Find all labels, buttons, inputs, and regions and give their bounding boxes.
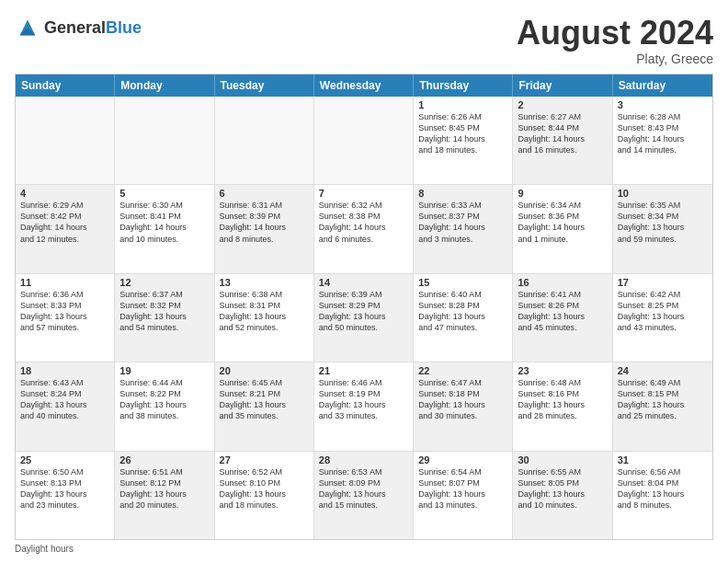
footer-note: Daylight hours bbox=[15, 544, 713, 554]
cell-content: Sunrise: 6:45 AM Sunset: 8:21 PM Dayligh… bbox=[220, 377, 309, 422]
cell-content: Sunrise: 6:33 AM Sunset: 8:37 PM Dayligh… bbox=[418, 200, 507, 245]
header-day-saturday: Saturday bbox=[613, 75, 712, 97]
daylight-label: Daylight hours bbox=[15, 544, 74, 554]
cell-content: Sunrise: 6:55 AM Sunset: 8:05 PM Dayligh… bbox=[518, 466, 607, 511]
day-number: 5 bbox=[119, 188, 209, 199]
cell-content: Sunrise: 6:26 AM Sunset: 8:45 PM Dayligh… bbox=[418, 111, 507, 156]
calendar: SundayMondayTuesdayWednesdayThursdayFrid… bbox=[15, 74, 713, 540]
calendar-cell: 21Sunrise: 6:46 AM Sunset: 8:19 PM Dayli… bbox=[314, 362, 414, 450]
day-number: 31 bbox=[618, 454, 708, 465]
calendar-row-1: 1Sunrise: 6:26 AM Sunset: 8:45 PM Daylig… bbox=[16, 97, 712, 185]
calendar-cell: 23Sunrise: 6:48 AM Sunset: 8:16 PM Dayli… bbox=[513, 362, 612, 450]
calendar-cell: 29Sunrise: 6:54 AM Sunset: 8:07 PM Dayli… bbox=[414, 452, 513, 539]
cell-content: Sunrise: 6:38 AM Sunset: 8:31 PM Dayligh… bbox=[220, 289, 309, 334]
cell-content: Sunrise: 6:48 AM Sunset: 8:16 PM Dayligh… bbox=[518, 377, 607, 422]
day-number: 12 bbox=[119, 277, 209, 288]
cell-content: Sunrise: 6:30 AM Sunset: 8:41 PM Dayligh… bbox=[119, 200, 209, 245]
calendar-row-4: 18Sunrise: 6:43 AM Sunset: 8:24 PM Dayli… bbox=[16, 362, 712, 451]
calendar-cell: 16Sunrise: 6:41 AM Sunset: 8:26 PM Dayli… bbox=[513, 274, 612, 362]
cell-content: Sunrise: 6:29 AM Sunset: 8:42 PM Dayligh… bbox=[20, 200, 109, 245]
calendar-cell bbox=[115, 97, 214, 184]
calendar-header: SundayMondayTuesdayWednesdayThursdayFrid… bbox=[16, 75, 712, 97]
day-number: 9 bbox=[518, 188, 607, 199]
calendar-cell: 4Sunrise: 6:29 AM Sunset: 8:42 PM Daylig… bbox=[16, 185, 115, 272]
day-number: 2 bbox=[518, 99, 607, 110]
header-day-tuesday: Tuesday bbox=[215, 75, 314, 97]
day-number: 19 bbox=[119, 365, 209, 376]
cell-content: Sunrise: 6:52 AM Sunset: 8:10 PM Dayligh… bbox=[220, 466, 309, 511]
cell-content: Sunrise: 6:40 AM Sunset: 8:28 PM Dayligh… bbox=[418, 289, 507, 334]
location-label: Platy, Greece bbox=[517, 52, 713, 66]
calendar-body: 1Sunrise: 6:26 AM Sunset: 8:45 PM Daylig… bbox=[16, 97, 712, 539]
cell-content: Sunrise: 6:49 AM Sunset: 8:15 PM Dayligh… bbox=[618, 377, 708, 422]
calendar-cell: 31Sunrise: 6:56 AM Sunset: 8:04 PM Dayli… bbox=[613, 452, 712, 539]
day-number: 14 bbox=[319, 277, 408, 288]
calendar-cell: 26Sunrise: 6:51 AM Sunset: 8:12 PM Dayli… bbox=[115, 452, 214, 539]
cell-content: Sunrise: 6:32 AM Sunset: 8:38 PM Dayligh… bbox=[319, 200, 408, 245]
cell-content: Sunrise: 6:41 AM Sunset: 8:26 PM Dayligh… bbox=[518, 289, 607, 334]
calendar-cell: 20Sunrise: 6:45 AM Sunset: 8:21 PM Dayli… bbox=[215, 362, 314, 450]
cell-content: Sunrise: 6:50 AM Sunset: 8:13 PM Dayligh… bbox=[20, 466, 109, 511]
calendar-cell: 7Sunrise: 6:32 AM Sunset: 8:38 PM Daylig… bbox=[314, 185, 414, 272]
calendar-cell: 18Sunrise: 6:43 AM Sunset: 8:24 PM Dayli… bbox=[16, 362, 115, 450]
cell-content: Sunrise: 6:39 AM Sunset: 8:29 PM Dayligh… bbox=[319, 289, 408, 334]
calendar-cell: 2Sunrise: 6:27 AM Sunset: 8:44 PM Daylig… bbox=[513, 97, 612, 184]
cell-content: Sunrise: 6:42 AM Sunset: 8:25 PM Dayligh… bbox=[618, 289, 708, 334]
calendar-cell: 27Sunrise: 6:52 AM Sunset: 8:10 PM Dayli… bbox=[215, 452, 314, 539]
day-number: 16 bbox=[518, 277, 607, 288]
calendar-cell: 24Sunrise: 6:49 AM Sunset: 8:15 PM Dayli… bbox=[613, 362, 712, 450]
day-number: 30 bbox=[518, 454, 607, 465]
day-number: 18 bbox=[20, 365, 109, 376]
calendar-row-2: 4Sunrise: 6:29 AM Sunset: 8:42 PM Daylig… bbox=[16, 185, 712, 273]
cell-content: Sunrise: 6:36 AM Sunset: 8:33 PM Dayligh… bbox=[20, 289, 109, 334]
calendar-cell: 22Sunrise: 6:47 AM Sunset: 8:18 PM Dayli… bbox=[414, 362, 513, 450]
page-title: August 2024 bbox=[517, 15, 713, 52]
calendar-cell: 25Sunrise: 6:50 AM Sunset: 8:13 PM Dayli… bbox=[16, 452, 115, 539]
header: GeneralBlue August 2024 Platy, Greece bbox=[15, 15, 713, 66]
header-day-friday: Friday bbox=[513, 75, 612, 97]
day-number: 27 bbox=[220, 454, 309, 465]
calendar-cell: 9Sunrise: 6:34 AM Sunset: 8:36 PM Daylig… bbox=[513, 185, 612, 272]
title-block: August 2024 Platy, Greece bbox=[517, 15, 713, 66]
calendar-cell: 8Sunrise: 6:33 AM Sunset: 8:37 PM Daylig… bbox=[414, 185, 513, 272]
day-number: 11 bbox=[20, 277, 109, 288]
cell-content: Sunrise: 6:43 AM Sunset: 8:24 PM Dayligh… bbox=[20, 377, 109, 422]
calendar-cell: 12Sunrise: 6:37 AM Sunset: 8:32 PM Dayli… bbox=[115, 274, 214, 362]
calendar-cell: 5Sunrise: 6:30 AM Sunset: 8:41 PM Daylig… bbox=[115, 185, 214, 272]
day-number: 20 bbox=[220, 365, 309, 376]
day-number: 29 bbox=[418, 454, 507, 465]
day-number: 28 bbox=[319, 454, 408, 465]
calendar-cell bbox=[314, 97, 414, 184]
calendar-cell: 13Sunrise: 6:38 AM Sunset: 8:31 PM Dayli… bbox=[215, 274, 314, 362]
day-number: 7 bbox=[319, 188, 408, 199]
day-number: 13 bbox=[220, 277, 309, 288]
logo-general: General bbox=[44, 18, 106, 37]
cell-content: Sunrise: 6:56 AM Sunset: 8:04 PM Dayligh… bbox=[618, 466, 708, 511]
cell-content: Sunrise: 6:46 AM Sunset: 8:19 PM Dayligh… bbox=[319, 377, 408, 422]
header-day-monday: Monday bbox=[115, 75, 214, 97]
cell-content: Sunrise: 6:51 AM Sunset: 8:12 PM Dayligh… bbox=[119, 466, 209, 511]
calendar-cell: 14Sunrise: 6:39 AM Sunset: 8:29 PM Dayli… bbox=[314, 274, 414, 362]
cell-content: Sunrise: 6:44 AM Sunset: 8:22 PM Dayligh… bbox=[119, 377, 209, 422]
calendar-cell: 30Sunrise: 6:55 AM Sunset: 8:05 PM Dayli… bbox=[513, 452, 612, 539]
logo-text: GeneralBlue bbox=[44, 18, 142, 38]
logo-blue: Blue bbox=[106, 18, 142, 37]
calendar-cell bbox=[16, 97, 115, 184]
day-number: 24 bbox=[618, 365, 708, 376]
cell-content: Sunrise: 6:35 AM Sunset: 8:34 PM Dayligh… bbox=[618, 200, 708, 245]
calendar-cell: 10Sunrise: 6:35 AM Sunset: 8:34 PM Dayli… bbox=[613, 185, 712, 272]
cell-content: Sunrise: 6:28 AM Sunset: 8:43 PM Dayligh… bbox=[618, 111, 708, 156]
cell-content: Sunrise: 6:34 AM Sunset: 8:36 PM Dayligh… bbox=[518, 200, 607, 245]
day-number: 8 bbox=[418, 188, 507, 199]
day-number: 22 bbox=[418, 365, 507, 376]
day-number: 25 bbox=[20, 454, 109, 465]
day-number: 10 bbox=[618, 188, 708, 199]
day-number: 26 bbox=[119, 454, 209, 465]
day-number: 23 bbox=[518, 365, 607, 376]
logo: GeneralBlue bbox=[15, 15, 142, 40]
calendar-row-5: 25Sunrise: 6:50 AM Sunset: 8:13 PM Dayli… bbox=[16, 452, 712, 539]
calendar-cell: 19Sunrise: 6:44 AM Sunset: 8:22 PM Dayli… bbox=[115, 362, 214, 450]
day-number: 15 bbox=[418, 277, 507, 288]
day-number: 3 bbox=[618, 99, 708, 110]
cell-content: Sunrise: 6:27 AM Sunset: 8:44 PM Dayligh… bbox=[518, 111, 607, 156]
